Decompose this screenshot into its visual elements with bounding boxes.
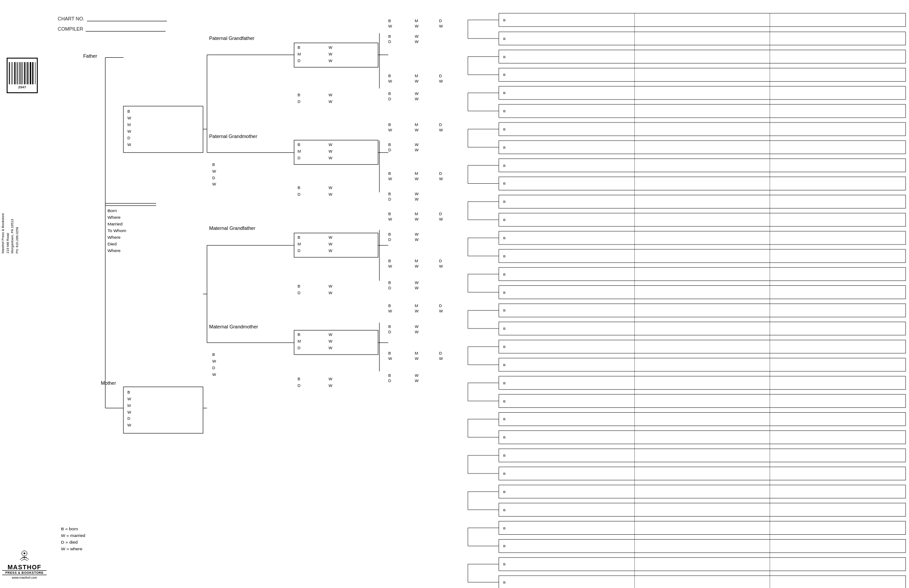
svg-text:B = born: B = born (61, 526, 78, 531)
svg-text:B: B (388, 19, 391, 23)
barcode-bar (12, 62, 13, 84)
barcode-bar (35, 62, 36, 84)
svg-text:B: B (388, 324, 391, 329)
svg-text:W: W (415, 309, 419, 313)
svg-text:W: W (415, 177, 419, 181)
svg-rect-216 (499, 521, 905, 535)
svg-text:B: B (503, 508, 506, 512)
svg-text:W: W (212, 359, 216, 363)
svg-text:B: B (388, 304, 391, 308)
svg-rect-45 (294, 140, 378, 165)
svg-text:B: B (503, 291, 506, 295)
svg-rect-199 (499, 213, 905, 226)
svg-rect-201 (499, 249, 905, 263)
svg-text:W: W (328, 249, 332, 253)
svg-text:B: B (503, 399, 506, 403)
svg-text:W = married: W = married (61, 533, 85, 538)
svg-text:W: W (439, 177, 443, 181)
barcode-number: 2947 (18, 85, 26, 89)
svg-text:D: D (388, 379, 391, 383)
svg-text:W: W (328, 284, 332, 288)
svg-text:B: B (503, 55, 506, 59)
svg-text:Born: Born (107, 208, 117, 213)
svg-text:B: B (503, 200, 506, 204)
barcode-bar (23, 62, 24, 84)
svg-text:M: M (415, 351, 418, 355)
svg-text:B: B (503, 417, 506, 421)
svg-text:W: W (388, 177, 392, 181)
svg-text:D: D (388, 286, 391, 290)
svg-rect-217 (499, 539, 905, 552)
svg-text:W: W (388, 24, 392, 28)
sidebar-city: Morgantown, PA 19513 (10, 219, 14, 253)
svg-rect-214 (499, 485, 905, 498)
barcode: 2947 (7, 58, 38, 93)
barcode-bar (25, 62, 26, 84)
svg-text:D: D (298, 249, 301, 253)
svg-text:W: W (328, 52, 332, 56)
barcode-bar (28, 62, 28, 84)
masthof-website: www.masthof.com (12, 576, 37, 579)
svg-text:W: W (415, 97, 419, 101)
svg-text:W: W (388, 264, 392, 268)
svg-text:W: W (328, 142, 332, 147)
svg-text:B: B (503, 109, 506, 113)
svg-text:B: B (503, 272, 506, 276)
svg-text:B: B (298, 235, 300, 240)
svg-text:W: W (415, 128, 419, 132)
svg-rect-215 (499, 503, 905, 517)
barcode-bar (29, 62, 29, 84)
svg-text:D: D (388, 97, 391, 101)
svg-text:W: W (415, 192, 419, 196)
svg-rect-210 (499, 413, 905, 426)
svg-text:W: W (328, 383, 332, 388)
svg-text:W: W (415, 197, 419, 201)
svg-text:W: W (439, 217, 443, 221)
svg-text:M: M (415, 212, 418, 216)
barcode-bar (16, 62, 16, 84)
svg-text:W: W (439, 356, 443, 361)
barcode-bar (12, 62, 12, 84)
svg-text:M: M (298, 339, 301, 343)
barcode-bar (10, 62, 11, 84)
barcode-bar (13, 62, 14, 84)
svg-rect-204 (499, 304, 905, 317)
svg-text:W: W (415, 34, 419, 39)
barcode-bar (9, 62, 10, 84)
svg-text:B: B (298, 142, 300, 147)
barcode-bar (24, 62, 25, 84)
svg-text:D: D (298, 291, 301, 295)
svg-text:D: D (298, 346, 301, 350)
svg-rect-205 (499, 322, 905, 335)
svg-text:B: B (298, 185, 300, 190)
svg-text:W: W (415, 280, 419, 285)
barcode-bar (34, 62, 35, 84)
svg-rect-212 (499, 449, 905, 462)
svg-text:W: W (415, 264, 419, 268)
svg-text:D: D (439, 19, 442, 23)
svg-text:D: D (298, 383, 301, 388)
svg-text:B: B (388, 122, 391, 127)
svg-text:B: B (503, 526, 506, 530)
sidebar-company-name: Masthof Press & Bookstore (1, 213, 5, 253)
svg-text:B: B (388, 34, 391, 39)
svg-text:W: W (439, 128, 443, 132)
svg-text:W: W (328, 149, 332, 154)
svg-text:D: D (388, 237, 391, 242)
svg-rect-213 (499, 467, 905, 480)
svg-text:W: W (328, 185, 332, 190)
svg-text:M: M (415, 122, 418, 127)
svg-text:B: B (212, 162, 215, 167)
svg-text:B: B (503, 345, 506, 349)
svg-text:B: B (503, 254, 506, 258)
svg-text:M: M (415, 19, 418, 23)
svg-text:D: D (388, 148, 391, 152)
sidebar-address: 219 Mill Road (6, 233, 10, 253)
chart-area: CHART NO. COMPILER Father B W M W D W (49, 9, 909, 588)
svg-rect-195 (499, 141, 905, 154)
svg-text:B: B (503, 580, 506, 584)
svg-text:W: W (415, 356, 419, 361)
mother-label: Mother (101, 380, 116, 386)
barcode-bar (32, 62, 33, 84)
svg-text:W: W (328, 242, 332, 246)
